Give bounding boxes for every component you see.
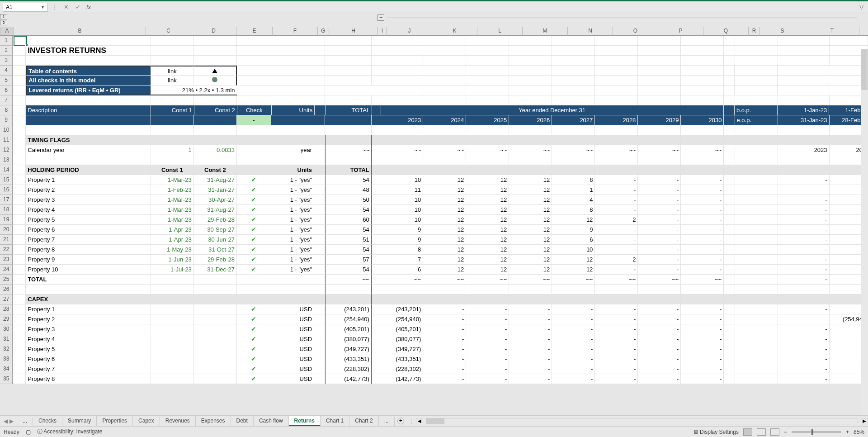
- row-header-18[interactable]: 18: [0, 205, 13, 215]
- cell-S19[interactable]: [735, 215, 778, 225]
- cell-B32[interactable]: Property 5: [26, 344, 151, 354]
- cell-S24[interactable]: [735, 265, 778, 275]
- cell-S13[interactable]: [735, 155, 778, 165]
- cell-I35[interactable]: [372, 374, 380, 384]
- cell-U1[interactable]: [830, 36, 868, 46]
- cell-C25[interactable]: [151, 275, 194, 285]
- cell-L18[interactable]: 12: [466, 205, 509, 215]
- cell-O20[interactable]: -: [595, 225, 638, 235]
- cell-L30[interactable]: -: [466, 324, 509, 334]
- cell-T18[interactable]: -: [778, 205, 830, 215]
- cell-C11[interactable]: [151, 135, 194, 145]
- cell-O27[interactable]: [595, 294, 638, 304]
- cell-J15[interactable]: 10: [380, 175, 423, 185]
- cell-S2[interactable]: [735, 46, 778, 56]
- cell-R31[interactable]: [724, 334, 735, 344]
- cell-K23[interactable]: 12: [423, 255, 466, 265]
- cell-L22[interactable]: 12: [466, 245, 509, 255]
- cell-N15[interactable]: 8: [552, 175, 595, 185]
- cell-E33[interactable]: ✔: [237, 354, 271, 364]
- cell-J29[interactable]: (254,940): [380, 314, 423, 324]
- cell-N20[interactable]: 9: [552, 225, 595, 235]
- cell-B24[interactable]: Property 10: [26, 265, 151, 275]
- cell-Q20[interactable]: -: [681, 225, 724, 235]
- cell-K33[interactable]: -: [423, 354, 466, 364]
- cell-N14[interactable]: [552, 165, 595, 175]
- cell-H15[interactable]: 54: [325, 175, 372, 185]
- row-header-29[interactable]: 29: [0, 314, 13, 324]
- cell-A19[interactable]: [13, 215, 26, 225]
- cell-R32[interactable]: [724, 344, 735, 354]
- cell-M11[interactable]: [509, 135, 552, 145]
- cell-A29[interactable]: [13, 314, 26, 324]
- cell-M3[interactable]: [509, 56, 552, 66]
- cell-J35[interactable]: (142,773): [380, 374, 423, 384]
- cell-B12[interactable]: Calendar year: [26, 145, 151, 155]
- cell-C23[interactable]: 1-Jun-23: [151, 255, 194, 265]
- cell-Q27[interactable]: [681, 294, 724, 304]
- cell-I31[interactable]: [372, 334, 380, 344]
- cell-T2[interactable]: [778, 46, 830, 56]
- cell-T23[interactable]: -: [778, 255, 830, 265]
- cell-B13[interactable]: [26, 155, 151, 165]
- row-header-28[interactable]: 28: [0, 304, 13, 314]
- cell-S11[interactable]: [735, 135, 778, 145]
- cell-T31[interactable]: -: [778, 334, 830, 344]
- cell-C27[interactable]: [151, 294, 194, 304]
- cell-E35[interactable]: ✔: [237, 374, 271, 384]
- cell-G30[interactable]: [314, 324, 325, 334]
- cell-H19[interactable]: 60: [325, 215, 372, 225]
- cell-M1[interactable]: [509, 36, 552, 46]
- cell-F18[interactable]: 1 - "yes": [271, 205, 314, 215]
- cell-E21[interactable]: ✔: [237, 235, 271, 245]
- sheet-tab-revenues[interactable]: Revenues: [160, 416, 196, 426]
- column-header-A[interactable]: A: [0, 27, 14, 36]
- cell-G34[interactable]: [314, 364, 325, 374]
- cell-Q33[interactable]: -: [681, 354, 724, 364]
- cell-I23[interactable]: [372, 255, 380, 265]
- cell-D26[interactable]: [194, 285, 237, 294]
- cell-G18[interactable]: [314, 205, 325, 215]
- cell-A17[interactable]: [13, 195, 26, 205]
- cell-M27[interactable]: [509, 294, 552, 304]
- cell-S20[interactable]: [735, 225, 778, 235]
- cell-H2[interactable]: [325, 46, 372, 56]
- cell-J24[interactable]: 6: [380, 265, 423, 275]
- cell-K35[interactable]: -: [423, 374, 466, 384]
- row-header-16[interactable]: 16: [0, 185, 13, 195]
- cell-T32[interactable]: -: [778, 344, 830, 354]
- cell-O19[interactable]: 2: [595, 215, 638, 225]
- cell-O26[interactable]: [595, 285, 638, 294]
- cell-B15[interactable]: Property 1: [26, 175, 151, 185]
- cell-N6[interactable]: [552, 86, 595, 95]
- cell-P10[interactable]: [638, 125, 681, 135]
- cell-D1[interactable]: [194, 36, 237, 46]
- cell-A34[interactable]: [13, 364, 26, 374]
- cell-C9[interactable]: [151, 115, 194, 125]
- cell-L3[interactable]: [466, 56, 509, 66]
- cell-B6[interactable]: Levered returns (IRR • EqM • GR): [26, 86, 151, 95]
- cell-K12[interactable]: ~~: [423, 145, 466, 155]
- cell-B3[interactable]: [26, 56, 151, 66]
- cell-R15[interactable]: [724, 175, 735, 185]
- cell-R30[interactable]: [724, 324, 735, 334]
- cell-I12[interactable]: [372, 145, 380, 155]
- row-header-3[interactable]: 3: [0, 56, 13, 66]
- tabs-more-end[interactable]: ...: [379, 417, 395, 426]
- row-header-6[interactable]: 6: [0, 86, 13, 95]
- cell-L35[interactable]: -: [466, 374, 509, 384]
- cell-Q29[interactable]: -: [681, 314, 724, 324]
- cell-H28[interactable]: (243,201): [325, 304, 372, 314]
- cell-T12[interactable]: 2023: [778, 145, 830, 155]
- cell-S6[interactable]: [735, 86, 778, 95]
- cell-S29[interactable]: [735, 314, 778, 324]
- cell-G20[interactable]: [314, 225, 325, 235]
- cell-N1[interactable]: [552, 36, 595, 46]
- cell-I8[interactable]: [372, 105, 381, 115]
- cell-I7[interactable]: [372, 95, 380, 105]
- cell-L24[interactable]: 12: [466, 265, 509, 275]
- cell-E22[interactable]: ✔: [237, 245, 271, 255]
- cell-H24[interactable]: 54: [325, 265, 372, 275]
- row-header-26[interactable]: 26: [0, 285, 13, 294]
- cell-K11[interactable]: [423, 135, 466, 145]
